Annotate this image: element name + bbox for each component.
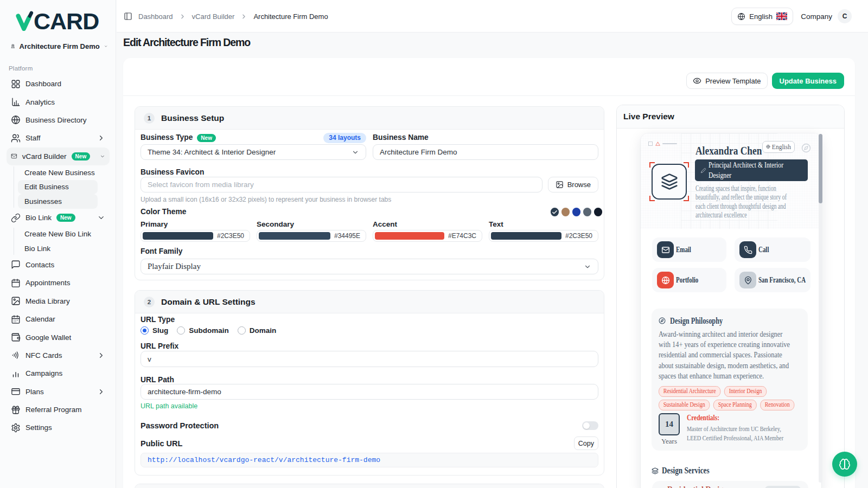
- svg-text:CARD: CARD: [34, 10, 99, 31]
